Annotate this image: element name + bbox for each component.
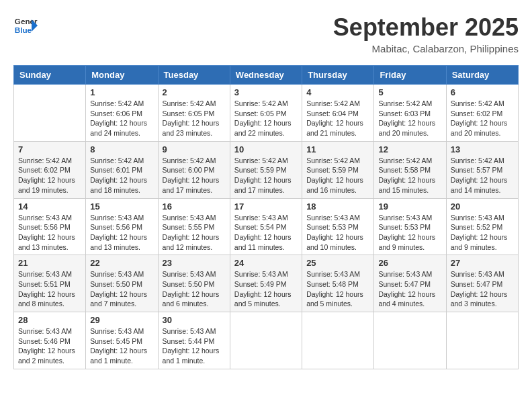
day-info: Sunrise: 5:43 AM Sunset: 5:46 PM Dayligh…	[18, 326, 81, 366]
calendar-cell: 21Sunrise: 5:43 AM Sunset: 5:51 PM Dayli…	[14, 255, 86, 312]
calendar-cell: 22Sunrise: 5:43 AM Sunset: 5:50 PM Dayli…	[86, 255, 158, 312]
day-info: Sunrise: 5:43 AM Sunset: 5:49 PM Dayligh…	[234, 269, 298, 309]
day-number: 5	[378, 87, 441, 97]
calendar-table: SundayMondayTuesdayWednesdayThursdayFrid…	[13, 65, 519, 369]
day-number: 21	[18, 258, 81, 268]
day-info: Sunrise: 5:42 AM Sunset: 6:04 PM Dayligh…	[306, 99, 369, 138]
calendar-cell: 4Sunrise: 5:42 AM Sunset: 6:04 PM Daylig…	[302, 85, 374, 142]
calendar-cell: 11Sunrise: 5:42 AM Sunset: 5:59 PM Dayli…	[302, 141, 374, 198]
day-number: 16	[163, 201, 226, 212]
day-info: Sunrise: 5:42 AM Sunset: 6:03 PM Dayligh…	[378, 99, 441, 138]
day-number: 18	[306, 201, 369, 212]
calendar-cell: 10Sunrise: 5:42 AM Sunset: 5:59 PM Dayli…	[230, 141, 302, 198]
day-info: Sunrise: 5:42 AM Sunset: 6:02 PM Dayligh…	[18, 156, 81, 195]
day-number: 19	[378, 201, 441, 212]
day-number: 20	[451, 201, 514, 212]
day-info: Sunrise: 5:42 AM Sunset: 6:06 PM Dayligh…	[90, 99, 153, 138]
calendar-cell: 2Sunrise: 5:42 AM Sunset: 6:05 PM Daylig…	[158, 85, 230, 142]
column-header-sunday: Sunday	[14, 66, 86, 85]
calendar-header-row: SundayMondayTuesdayWednesdayThursdayFrid…	[14, 66, 519, 85]
day-number: 25	[306, 258, 369, 268]
column-header-wednesday: Wednesday	[230, 66, 302, 85]
day-info: Sunrise: 5:42 AM Sunset: 6:05 PM Dayligh…	[163, 99, 226, 138]
calendar-cell: 26Sunrise: 5:43 AM Sunset: 5:47 PM Dayli…	[374, 255, 446, 312]
calendar-cell: 3Sunrise: 5:42 AM Sunset: 6:05 PM Daylig…	[230, 85, 302, 142]
calendar-cell: 17Sunrise: 5:43 AM Sunset: 5:54 PM Dayli…	[230, 198, 302, 255]
day-number: 1	[90, 87, 153, 97]
day-number: 14	[18, 201, 81, 212]
day-info: Sunrise: 5:42 AM Sunset: 6:05 PM Dayligh…	[234, 99, 298, 138]
calendar-cell: 24Sunrise: 5:43 AM Sunset: 5:49 PM Dayli…	[230, 255, 302, 312]
day-number: 27	[451, 258, 514, 268]
day-info: Sunrise: 5:43 AM Sunset: 5:47 PM Dayligh…	[451, 269, 514, 309]
day-number: 28	[18, 315, 81, 325]
day-number: 4	[306, 87, 369, 97]
calendar-cell: 19Sunrise: 5:43 AM Sunset: 5:53 PM Dayli…	[374, 198, 446, 255]
day-number: 3	[234, 87, 298, 97]
day-info: Sunrise: 5:43 AM Sunset: 5:56 PM Dayligh…	[18, 213, 81, 253]
day-number: 26	[378, 258, 441, 268]
day-number: 7	[18, 144, 81, 154]
day-info: Sunrise: 5:42 AM Sunset: 5:59 PM Dayligh…	[306, 156, 369, 195]
day-info: Sunrise: 5:43 AM Sunset: 5:54 PM Dayligh…	[234, 213, 298, 253]
day-number: 15	[90, 201, 153, 212]
calendar-cell	[302, 312, 374, 369]
location-title: Mabitac, Calabarzon, Philippines	[333, 43, 519, 54]
day-number: 2	[163, 87, 226, 97]
calendar-cell: 29Sunrise: 5:43 AM Sunset: 5:45 PM Dayli…	[86, 312, 158, 369]
day-info: Sunrise: 5:43 AM Sunset: 5:51 PM Dayligh…	[18, 269, 81, 309]
day-number: 11	[306, 144, 369, 154]
calendar-cell: 5Sunrise: 5:42 AM Sunset: 6:03 PM Daylig…	[374, 85, 446, 142]
month-title: September 2025	[333, 13, 519, 42]
column-header-saturday: Saturday	[446, 66, 518, 85]
calendar-cell: 9Sunrise: 5:42 AM Sunset: 6:00 PM Daylig…	[158, 141, 230, 198]
calendar-week-1: 1Sunrise: 5:42 AM Sunset: 6:06 PM Daylig…	[14, 85, 519, 142]
calendar-cell: 12Sunrise: 5:42 AM Sunset: 5:58 PM Dayli…	[374, 141, 446, 198]
day-info: Sunrise: 5:42 AM Sunset: 6:01 PM Dayligh…	[90, 156, 153, 195]
calendar-week-2: 7Sunrise: 5:42 AM Sunset: 6:02 PM Daylig…	[14, 141, 519, 198]
day-info: Sunrise: 5:43 AM Sunset: 5:55 PM Dayligh…	[163, 213, 226, 253]
calendar-cell	[14, 85, 86, 142]
calendar-cell: 25Sunrise: 5:43 AM Sunset: 5:48 PM Dayli…	[302, 255, 374, 312]
day-info: Sunrise: 5:43 AM Sunset: 5:50 PM Dayligh…	[163, 269, 226, 309]
calendar-week-3: 14Sunrise: 5:43 AM Sunset: 5:56 PM Dayli…	[14, 198, 519, 255]
day-info: Sunrise: 5:43 AM Sunset: 5:56 PM Dayligh…	[90, 213, 153, 253]
calendar-cell: 27Sunrise: 5:43 AM Sunset: 5:47 PM Dayli…	[446, 255, 518, 312]
calendar-cell: 6Sunrise: 5:42 AM Sunset: 6:02 PM Daylig…	[446, 85, 518, 142]
calendar-week-5: 28Sunrise: 5:43 AM Sunset: 5:46 PM Dayli…	[14, 312, 519, 369]
day-info: Sunrise: 5:43 AM Sunset: 5:52 PM Dayligh…	[451, 213, 514, 253]
day-info: Sunrise: 5:43 AM Sunset: 5:53 PM Dayligh…	[378, 213, 441, 253]
day-info: Sunrise: 5:42 AM Sunset: 5:58 PM Dayligh…	[378, 156, 441, 195]
calendar-cell	[230, 312, 302, 369]
day-info: Sunrise: 5:42 AM Sunset: 5:57 PM Dayligh…	[451, 156, 514, 195]
day-info: Sunrise: 5:42 AM Sunset: 5:59 PM Dayligh…	[234, 156, 298, 195]
calendar-week-4: 21Sunrise: 5:43 AM Sunset: 5:51 PM Dayli…	[14, 255, 519, 312]
day-number: 9	[163, 144, 226, 154]
calendar-cell: 7Sunrise: 5:42 AM Sunset: 6:02 PM Daylig…	[14, 141, 86, 198]
calendar-cell: 23Sunrise: 5:43 AM Sunset: 5:50 PM Dayli…	[158, 255, 230, 312]
day-number: 29	[90, 315, 153, 325]
day-number: 22	[90, 258, 153, 268]
page-header: General Blue September 2025 Mabitac, Cal…	[13, 13, 519, 54]
calendar-cell: 28Sunrise: 5:43 AM Sunset: 5:46 PM Dayli…	[14, 312, 86, 369]
logo: General Blue	[13, 13, 38, 38]
day-info: Sunrise: 5:43 AM Sunset: 5:48 PM Dayligh…	[306, 269, 369, 309]
logo-icon: General Blue	[13, 13, 38, 38]
day-info: Sunrise: 5:43 AM Sunset: 5:45 PM Dayligh…	[90, 326, 153, 366]
column-header-friday: Friday	[374, 66, 446, 85]
day-info: Sunrise: 5:43 AM Sunset: 5:53 PM Dayligh…	[306, 213, 369, 253]
calendar-cell: 13Sunrise: 5:42 AM Sunset: 5:57 PM Dayli…	[446, 141, 518, 198]
column-header-thursday: Thursday	[302, 66, 374, 85]
day-info: Sunrise: 5:42 AM Sunset: 6:02 PM Dayligh…	[451, 99, 514, 138]
day-number: 10	[234, 144, 298, 154]
calendar-cell	[446, 312, 518, 369]
day-number: 8	[90, 144, 153, 154]
day-number: 30	[163, 315, 226, 325]
calendar-cell: 1Sunrise: 5:42 AM Sunset: 6:06 PM Daylig…	[86, 85, 158, 142]
calendar-cell: 18Sunrise: 5:43 AM Sunset: 5:53 PM Dayli…	[302, 198, 374, 255]
day-number: 13	[451, 144, 514, 154]
column-header-monday: Monday	[86, 66, 158, 85]
day-info: Sunrise: 5:43 AM Sunset: 5:50 PM Dayligh…	[90, 269, 153, 309]
day-info: Sunrise: 5:42 AM Sunset: 6:00 PM Dayligh…	[163, 156, 226, 195]
calendar-cell: 8Sunrise: 5:42 AM Sunset: 6:01 PM Daylig…	[86, 141, 158, 198]
